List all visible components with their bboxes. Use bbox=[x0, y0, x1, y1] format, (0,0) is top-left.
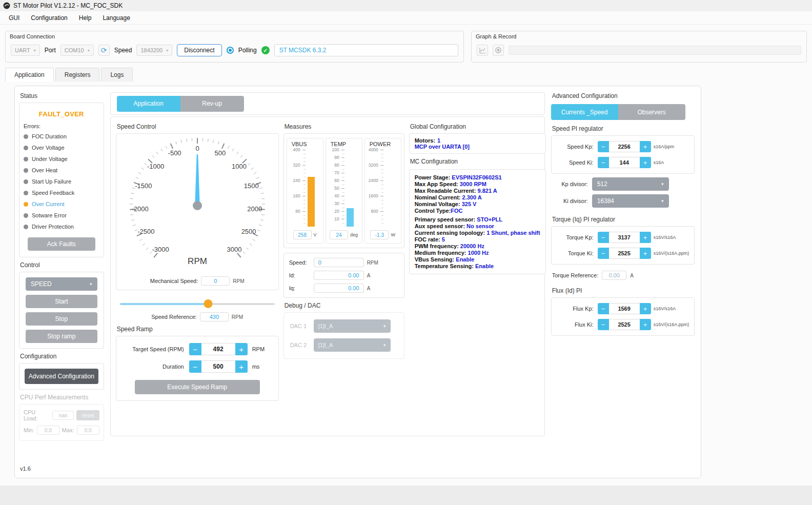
dac1-label: DAC 1 bbox=[290, 323, 309, 329]
error-label: FOC Duration bbox=[32, 133, 67, 139]
menu-gui[interactable]: GUI bbox=[3, 12, 25, 24]
mc-config-line: Nominal Current: 2.300 A bbox=[415, 194, 540, 201]
iq-measure-row: Iq: 0.00 A bbox=[289, 284, 399, 293]
vgauge-title: VBUS bbox=[288, 141, 307, 147]
measures-column: Measures VBUS 80160240320400 258 V TEMP bbox=[283, 119, 404, 430]
measures-title: Measures bbox=[285, 123, 404, 130]
duration-unit: ms bbox=[252, 363, 260, 370]
control-mode-select[interactable]: SPEED ▾ bbox=[26, 277, 97, 291]
speed-reference-value[interactable]: 430 bbox=[200, 312, 229, 321]
motors-line: Motors:1 bbox=[415, 137, 540, 144]
disconnect-button[interactable]: Disconnect bbox=[177, 44, 221, 56]
flux-ki-value[interactable]: 2525 bbox=[609, 319, 640, 330]
bus-select[interactable]: UART ▾ bbox=[11, 45, 40, 56]
execute-speed-ramp-button[interactable]: Execute Speed Ramp bbox=[135, 380, 260, 394]
tab-application[interactable]: Application bbox=[5, 68, 54, 82]
iq-measure-value: 0.00 bbox=[314, 284, 364, 293]
speed-kp-increment[interactable]: + bbox=[640, 141, 651, 152]
speed-reference-row: Speed Reference: 430 RPM bbox=[116, 312, 279, 321]
ki-divisor-select[interactable]: 16384 ▾ bbox=[592, 194, 669, 208]
speed-ramp-title: Speed Ramp bbox=[117, 326, 279, 333]
menu-language[interactable]: Language bbox=[97, 12, 135, 24]
duration-increment[interactable]: + bbox=[235, 360, 248, 373]
flux-ki-decrement[interactable]: − bbox=[598, 319, 609, 330]
stop-button[interactable]: Stop bbox=[26, 312, 97, 326]
kp-divisor-row: Kp divisor: 512 ▾ bbox=[551, 177, 695, 191]
error-led-icon bbox=[24, 146, 28, 150]
torque-kp-value[interactable]: 3137 bbox=[609, 232, 640, 243]
flux-ki-increment[interactable]: + bbox=[640, 319, 651, 330]
errors-label: Errors: bbox=[24, 123, 99, 129]
record-button[interactable] bbox=[493, 45, 504, 56]
debug-dac-title: Debug / DAC bbox=[285, 302, 404, 309]
tab-registers[interactable]: Registers bbox=[55, 68, 100, 82]
target-speed-decrement[interactable]: − bbox=[189, 343, 201, 355]
speed-kp-value[interactable]: 2256 bbox=[609, 141, 640, 152]
duration-value[interactable]: 500 bbox=[201, 360, 235, 373]
polling-radio[interactable] bbox=[227, 47, 234, 54]
center-tab-application[interactable]: Application bbox=[117, 96, 180, 112]
svg-text:2500: 2500 bbox=[241, 228, 256, 235]
port-select[interactable]: COM10 ▾ bbox=[60, 45, 94, 56]
cpu-reset-button[interactable]: reset bbox=[76, 410, 99, 420]
mcp-link: MCP over UARTA [0] bbox=[415, 144, 540, 150]
speed-ki-increment[interactable]: + bbox=[640, 157, 651, 168]
id-measure-row: Id: 0.00 A bbox=[289, 271, 399, 280]
speed-kp-decrement[interactable]: − bbox=[598, 141, 609, 152]
stop-ramp-button[interactable]: Stop ramp bbox=[26, 330, 97, 343]
bus-select-value: UART bbox=[15, 47, 30, 53]
flux-ki-row: Flux Ki: − 2525 + s16V/(s16A.ppm) bbox=[557, 319, 689, 330]
iq-measure-unit: A bbox=[367, 286, 371, 291]
tab-logs[interactable]: Logs bbox=[101, 68, 133, 82]
dac1-select[interactable]: [1]I_A ▾ bbox=[314, 319, 391, 333]
adv-tab-observers[interactable]: Observers bbox=[618, 104, 685, 120]
baud-select[interactable]: 1843200 ▾ bbox=[136, 45, 172, 56]
board-connection-group: Board Connection UART ▾ Port COM10 ▾ ⟳ S… bbox=[5, 31, 464, 63]
duration-decrement[interactable]: − bbox=[189, 360, 201, 373]
menu-configuration[interactable]: Configuration bbox=[25, 12, 73, 24]
vgauge-unit: W bbox=[391, 232, 395, 237]
vgauge-scale: 102030405060708090100 bbox=[327, 150, 361, 227]
speed-pi-box: Speed Kp: − 2256 + s16A/ppm Speed Ki: − … bbox=[551, 135, 695, 174]
adv-tab-currents-speed[interactable]: Currents _Speed bbox=[551, 104, 618, 120]
vgauge-scale: 8001600240032004000 bbox=[366, 150, 400, 227]
torque-ki-decrement[interactable]: − bbox=[598, 248, 609, 259]
speed-ki-value[interactable]: 144 bbox=[609, 157, 640, 168]
torque-kp-decrement[interactable]: − bbox=[598, 232, 609, 243]
torque-ki-value[interactable]: 2525 bbox=[609, 248, 640, 259]
control-mode-value: SPEED bbox=[31, 280, 52, 288]
menu-help[interactable]: Help bbox=[73, 12, 97, 24]
target-speed-increment[interactable]: + bbox=[235, 343, 248, 355]
chevron-down-icon: ▾ bbox=[383, 324, 386, 329]
record-timeline bbox=[509, 46, 801, 55]
chevron-down-icon: ▾ bbox=[88, 48, 90, 53]
flux-kp-increment[interactable]: + bbox=[640, 303, 651, 314]
duration-row: Duration − 500 + ms bbox=[124, 360, 271, 373]
refresh-ports-button[interactable]: ⟳ bbox=[98, 45, 110, 56]
firmware-field[interactable]: ST MCSDK 6.3.2 bbox=[274, 44, 458, 56]
center-tab-revup[interactable]: Rev-up bbox=[180, 96, 244, 112]
chevron-down-icon: ▾ bbox=[34, 48, 36, 53]
graph-button[interactable] bbox=[477, 45, 488, 56]
flux-kp-decrement[interactable]: − bbox=[598, 303, 609, 314]
speed-slider-handle[interactable] bbox=[204, 299, 213, 308]
advanced-configuration-button[interactable]: Advanced Configuration bbox=[25, 369, 98, 384]
menubar: GUI Configuration Help Language bbox=[0, 11, 812, 25]
dac2-select[interactable]: [1]I_A ▾ bbox=[314, 338, 391, 352]
flux-kp-value[interactable]: 1569 bbox=[609, 303, 640, 314]
speed-reference-slider[interactable] bbox=[120, 299, 275, 309]
speed-ki-decrement[interactable]: − bbox=[598, 157, 609, 168]
speed-gauge: -3000-2500-2000-1500-1000-50005001000150… bbox=[120, 135, 274, 274]
ack-faults-button[interactable]: Ack Faults bbox=[28, 237, 95, 251]
vgauge-title: POWER bbox=[366, 141, 391, 147]
start-button[interactable]: Start bbox=[26, 295, 97, 308]
torque-ki-increment[interactable]: + bbox=[640, 248, 651, 259]
torque-kp-increment[interactable]: + bbox=[640, 232, 651, 243]
target-speed-value[interactable]: 492 bbox=[201, 343, 235, 355]
main-tab-bar: Application Registers Logs bbox=[0, 68, 812, 82]
svg-text:3000: 3000 bbox=[227, 246, 241, 253]
mc-config-line: Primary speed sensor: STO+PLL bbox=[415, 216, 540, 223]
kp-divisor-select[interactable]: 512 ▾ bbox=[592, 177, 669, 191]
torque-reference-value[interactable]: 0.00 bbox=[602, 271, 626, 280]
configuration-title: Configuration bbox=[20, 353, 104, 360]
